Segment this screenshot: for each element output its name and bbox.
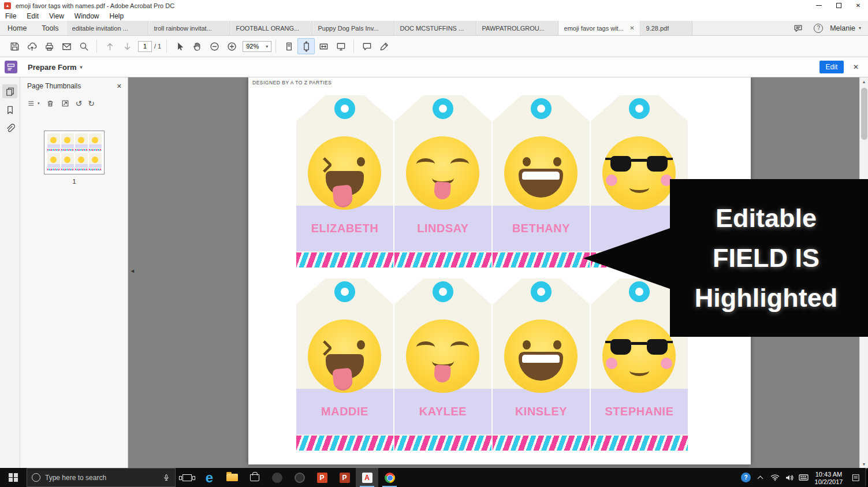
fit-width-button[interactable] bbox=[315, 38, 332, 54]
maximize-button[interactable] bbox=[829, 0, 848, 11]
task-view-icon bbox=[182, 474, 192, 481]
menu-help[interactable]: Help bbox=[105, 12, 129, 20]
zoom-out-button[interactable] bbox=[206, 38, 223, 54]
doc-tab-928-pdf[interactable]: 9.28.pdf bbox=[640, 21, 692, 35]
page-thumbnails-panel-button[interactable] bbox=[2, 84, 17, 98]
rotate-right-button[interactable]: ↻ bbox=[88, 99, 95, 108]
prepare-form-menu[interactable]: Prepare Form ▾ bbox=[28, 63, 83, 72]
scroll-up-button[interactable]: ▲ bbox=[860, 77, 868, 85]
action-center-button[interactable] bbox=[847, 468, 865, 487]
chrome-button[interactable] bbox=[378, 468, 401, 487]
acrobat-button[interactable]: A bbox=[356, 468, 378, 487]
doc-tab-label: Puppy Dog Pals Inv... bbox=[318, 25, 379, 32]
rotate-left-button[interactable]: ↺ bbox=[76, 99, 83, 108]
volume-button[interactable] bbox=[782, 468, 796, 487]
doc-tab-troll-rainbow[interactable]: troll rainbow invitat... bbox=[148, 21, 230, 35]
network-button[interactable] bbox=[768, 468, 782, 487]
save-button[interactable] bbox=[6, 38, 23, 54]
find-button[interactable] bbox=[75, 38, 92, 54]
name-form-field[interactable]: ELIZABETH bbox=[296, 206, 393, 251]
name-form-field[interactable]: KINSLEY bbox=[493, 389, 590, 434]
touch-keyboard-button[interactable] bbox=[796, 468, 811, 487]
show-hidden-icons-button[interactable] bbox=[753, 468, 768, 487]
doc-tab-editable-invitation[interactable]: editable invitation ... bbox=[66, 21, 148, 35]
doc-tab-football[interactable]: FOOTBALL ORANG... bbox=[230, 21, 312, 35]
edit-button[interactable]: Edit bbox=[819, 61, 844, 73]
bookmarks-panel-button[interactable] bbox=[2, 103, 17, 117]
tag-hole-icon bbox=[531, 281, 552, 302]
page-number-input[interactable] bbox=[138, 41, 152, 52]
sunglasses-emoji-icon bbox=[602, 136, 676, 210]
name-form-field[interactable]: STEPHANIE bbox=[591, 389, 688, 434]
taskbar-search[interactable] bbox=[27, 468, 176, 487]
menu-edit[interactable]: Edit bbox=[21, 12, 44, 20]
grin-emoji-icon bbox=[504, 136, 578, 210]
menu-file[interactable]: File bbox=[0, 12, 21, 20]
doc-tab-puppy-dog-pals[interactable]: Puppy Dog Pals Inv... bbox=[312, 21, 394, 35]
user-account-button[interactable]: Melanie ▾ bbox=[830, 24, 861, 32]
single-page-view-button[interactable] bbox=[280, 38, 297, 54]
doc-tab-pawpatrol[interactable]: PAWPATROLGROU... bbox=[476, 21, 558, 35]
chevron-up-icon bbox=[758, 475, 763, 481]
scrollbar-thumb[interactable] bbox=[861, 88, 867, 140]
highlight-button[interactable] bbox=[375, 38, 393, 54]
comment-button[interactable] bbox=[358, 38, 375, 54]
folder-icon bbox=[226, 474, 238, 481]
doc-tab-emoji-favor-tags[interactable]: emoji favor tags wit... ✕ bbox=[558, 21, 640, 35]
thumbnail-options-button[interactable]: ▾ bbox=[27, 99, 40, 108]
scroll-down-button[interactable]: ▼ bbox=[860, 460, 868, 468]
powerpoint-button[interactable]: P bbox=[311, 468, 333, 487]
menu-window[interactable]: Window bbox=[69, 12, 105, 20]
close-icon: ✕ bbox=[856, 2, 860, 9]
hand-tool-button[interactable] bbox=[188, 38, 206, 54]
file-explorer-button[interactable] bbox=[221, 468, 243, 487]
menu-view[interactable]: View bbox=[44, 12, 69, 20]
name-form-field[interactable]: MADDIE bbox=[296, 389, 393, 434]
search-input[interactable] bbox=[45, 474, 158, 482]
close-button[interactable]: ✕ bbox=[848, 0, 868, 11]
minimize-button[interactable] bbox=[809, 0, 829, 11]
print-button[interactable] bbox=[40, 38, 58, 54]
game-app-button[interactable] bbox=[266, 468, 288, 487]
start-button[interactable] bbox=[0, 468, 27, 487]
zoom-level-select[interactable]: 92% ▾ bbox=[243, 41, 271, 52]
panel-collapse-handle[interactable]: ◄ bbox=[130, 268, 135, 274]
media-app-button[interactable] bbox=[288, 468, 311, 487]
share-cloud-button[interactable] bbox=[23, 38, 40, 54]
email-button[interactable] bbox=[58, 38, 75, 54]
publisher-button[interactable]: P bbox=[333, 468, 356, 487]
tab-tools[interactable]: Tools bbox=[34, 21, 66, 35]
edge-button[interactable]: e bbox=[198, 468, 221, 487]
clock-time: 10:43 AM bbox=[811, 471, 847, 478]
zoom-in-button[interactable] bbox=[223, 38, 240, 54]
name-form-field[interactable]: KAYLEE bbox=[394, 389, 491, 434]
select-tool-button[interactable] bbox=[171, 38, 188, 54]
resize-thumbnails-button[interactable] bbox=[61, 99, 70, 108]
tag-name-text: STEPHANIE bbox=[605, 405, 674, 418]
previous-page-button[interactable] bbox=[101, 38, 118, 54]
taskbar-clock[interactable]: 10:43 AM 10/2/2017 bbox=[811, 468, 847, 487]
attachments-panel-button[interactable] bbox=[2, 121, 17, 135]
scrolling-view-button[interactable] bbox=[297, 38, 315, 54]
name-form-field[interactable]: BETHANY bbox=[493, 206, 590, 251]
tab-close-button[interactable]: ✕ bbox=[626, 25, 634, 31]
task-view-button[interactable] bbox=[176, 468, 198, 487]
mini-tag bbox=[75, 153, 88, 170]
next-page-button[interactable] bbox=[118, 38, 136, 54]
show-desktop-button[interactable] bbox=[865, 468, 868, 487]
reading-mode-button[interactable] bbox=[332, 38, 349, 54]
name-form-field[interactable]: LINDSAY bbox=[394, 206, 491, 251]
close-thumbnails-button[interactable]: ✕ bbox=[117, 83, 122, 90]
store-button[interactable] bbox=[243, 468, 266, 487]
windows-logo-icon bbox=[9, 473, 18, 482]
help-button[interactable]: ? bbox=[814, 24, 823, 33]
tray-help-button[interactable]: ? bbox=[739, 468, 753, 487]
page-thumbnail[interactable]: 1 bbox=[43, 131, 105, 185]
close-prepare-form-button[interactable]: ✕ bbox=[853, 63, 859, 71]
tab-home[interactable]: Home bbox=[0, 21, 34, 35]
doc-tab-doc-mcstuffins[interactable]: DOC MCSTUFFINS ... bbox=[394, 21, 476, 35]
notifications-button[interactable] bbox=[789, 20, 807, 36]
system-tray: ? 10:43 AM 10/2/2017 bbox=[739, 468, 868, 487]
window-title: emoji favor tags with names.pdf - Adobe … bbox=[16, 2, 174, 9]
delete-page-button[interactable] bbox=[46, 99, 55, 108]
